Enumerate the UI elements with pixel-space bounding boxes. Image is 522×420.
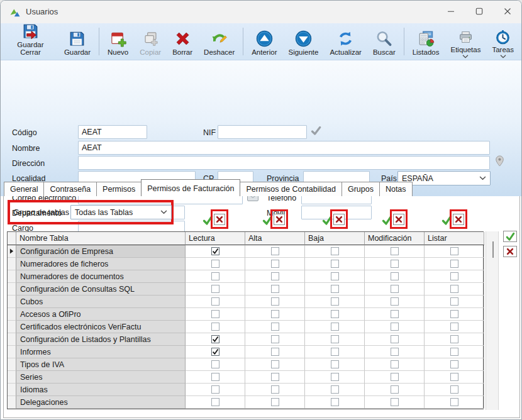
uncheck-all-alta-button[interactable] [274,214,285,225]
checkbox[interactable] [331,398,339,406]
checkbox[interactable] [271,272,279,280]
tab-permisos-de-facturación[interactable]: Permisos de Facturación [141,179,240,196]
table-name-cell[interactable]: Tipos de IVA [16,358,186,371]
checkbox[interactable] [450,310,458,318]
checkbox[interactable] [271,323,279,331]
checkbox[interactable] [271,360,279,368]
checkbox[interactable] [331,285,339,293]
checkbox[interactable] [211,323,219,331]
tab-grupos[interactable]: Grupos [342,182,380,196]
checkbox[interactable] [211,348,219,356]
validate-nif-button[interactable] [311,126,321,136]
scrollbar-thumb[interactable] [492,241,494,258]
checkbox[interactable] [450,260,458,268]
checkbox[interactable] [271,335,279,343]
table-name-cell[interactable]: Certificados electrónicos VeriFactu [16,321,186,333]
tab-notas[interactable]: Notas [379,182,413,196]
checkbox[interactable] [391,360,399,368]
actualizar-button[interactable]: Actualizar [324,23,367,60]
siguiente-button[interactable]: Siguiente [282,23,324,60]
checkbox[interactable] [211,285,219,293]
borrar-button[interactable]: Borrar [167,23,198,60]
guardar-cerrar-button[interactable]: Guardar Cerrar [3,23,58,60]
checkbox[interactable] [450,385,458,394]
maximize-button[interactable] [469,3,489,21]
nuevo-button[interactable]: Nuevo [102,23,134,60]
grupo-de-tablas-select[interactable]: Todas las Tablas [70,205,172,219]
vertical-scrollbar[interactable] [486,231,499,410]
table-name-cell[interactable]: Delegaciones [16,396,186,409]
table-name-cell[interactable]: Configuración de Empresa [16,245,186,258]
tab-permisos-de-contabilidad[interactable]: Permisos de Contabilidad [240,182,342,196]
checkbox[interactable] [331,323,339,331]
checkbox[interactable] [391,348,399,356]
checkbox[interactable] [331,310,339,318]
checkbox[interactable] [391,398,399,406]
checkbox[interactable] [211,247,219,255]
checkbox[interactable] [331,297,339,306]
checkbox[interactable] [211,360,219,368]
checkbox[interactable] [211,335,219,343]
checkbox[interactable] [211,310,219,318]
column-header-nombre-tabla[interactable]: Nombre Tabla [16,232,186,245]
buscar-button[interactable]: Buscar [367,23,401,60]
checkbox[interactable] [450,285,458,293]
uncheck-all-baja-button[interactable] [333,214,345,225]
checkbox[interactable] [211,398,219,406]
checkbox[interactable] [331,247,339,255]
etiquetas-button[interactable]: Etiquetas [445,23,487,60]
checkbox[interactable] [271,260,279,268]
checkbox[interactable] [391,260,399,268]
tab-permisos[interactable]: Permisos [96,182,142,196]
deshacer-button[interactable]: Deshacer [198,23,240,60]
checkbox[interactable] [450,323,458,331]
checkbox[interactable] [450,348,458,356]
column-header-listar[interactable]: Listar [425,232,484,245]
table-name-cell[interactable]: Configuración de Listados y Plantillas [16,333,186,346]
checkbox[interactable] [391,247,399,255]
column-header-baja[interactable]: Baja [305,232,365,245]
checkbox[interactable] [450,398,458,406]
checkbox[interactable] [331,373,339,381]
table-name-cell[interactable]: Configuración de Consultas SQL [16,283,186,296]
checkbox[interactable] [391,323,399,331]
checkbox[interactable] [391,285,399,293]
checkbox[interactable] [391,310,399,318]
checkbox[interactable] [450,335,458,343]
checkbox[interactable] [271,310,279,318]
checkbox[interactable] [331,260,339,268]
checkbox[interactable] [271,348,279,356]
checkbox[interactable] [211,297,219,306]
checkbox[interactable] [271,297,279,306]
uncheck-all-listar-button[interactable] [453,214,464,225]
tareas-button[interactable]: Tareas [486,23,519,60]
uncheck-all-permissions-button[interactable] [503,246,517,257]
guardar-button[interactable]: Guardar [58,23,96,60]
checkbox[interactable] [331,348,339,356]
checkbox[interactable] [331,272,339,280]
checkbox[interactable] [211,272,219,280]
column-header-modificación[interactable]: Modificación [365,232,425,245]
table-name-cell[interactable]: Cubos [16,296,186,308]
checkbox[interactable] [331,335,339,343]
table-name-cell[interactable]: Accesos a OfiPro [16,308,186,321]
checkbox[interactable] [391,385,399,394]
anterior-button[interactable]: Anterior [246,23,282,60]
table-name-cell[interactable]: Informes [16,346,186,358]
table-name-cell[interactable]: Idiomas [16,384,186,396]
checkbox[interactable] [331,360,339,368]
checkbox[interactable] [391,373,399,381]
table-name-cell[interactable]: Series [16,371,186,384]
tab-contraseña[interactable]: Contraseña [43,182,97,196]
table-name-cell[interactable]: Numeradores de ficheros [16,258,186,270]
checkbox[interactable] [450,247,458,255]
checkbox[interactable] [331,385,339,394]
checkbox[interactable] [271,285,279,293]
minimize-button[interactable] [441,3,461,21]
checkbox[interactable] [271,373,279,381]
column-header-alta[interactable]: Alta [245,232,305,245]
checkbox[interactable] [271,385,279,394]
checkbox[interactable] [211,385,219,394]
checkbox[interactable] [211,373,219,381]
uncheck-all-modificación-button[interactable] [393,214,404,225]
